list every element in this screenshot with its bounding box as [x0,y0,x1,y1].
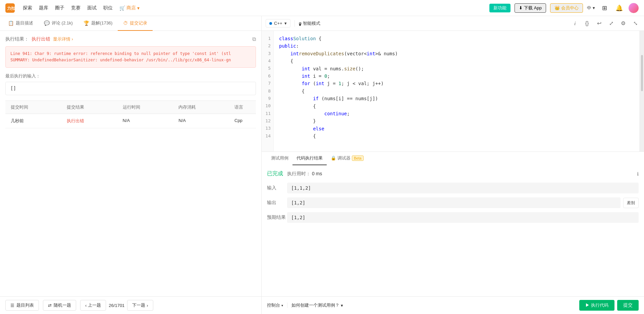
submission-table: 提交时间 提交结果 运行时间 内存消耗 语言 几秒前 执行出错 N/A N/A … [5,101,256,128]
code-line-9: if (nums[i] == nums[j]) [279,95,634,102]
main-layout: 📋 题目描述 💬 评论 (2.1k) 🏆 题解(1736) ⏱ 提交记录 执行结… [0,16,644,314]
new-feature-button[interactable]: 新功能 [489,4,511,12]
info-button[interactable]: 𝑖 [570,19,580,28]
page-info: 26/1701 [109,303,124,308]
copy-icon[interactable]: ⧉ [252,36,256,42]
lang-label: C++ [274,21,282,26]
language-selector-dropdown[interactable]: C++ ▾ [266,19,290,27]
result-input-row: 输入 [1,1,2] [267,183,639,193]
diff-button[interactable]: 差别 [623,198,639,208]
last-input-label: 最后执行的输入： [5,73,256,79]
output-label: 输出 [267,200,287,206]
table-row[interactable]: 几秒前 执行出错 N/A N/A Cpp [5,114,256,128]
logo[interactable]: 力扣 [5,3,15,13]
submit-button[interactable]: 提交 [617,300,639,311]
editor-scrollbar[interactable] [639,31,644,151]
cell-result: 执行出错 [61,114,117,128]
run-code-button[interactable]: ▶ 执行代码 [579,300,614,311]
format-button[interactable]: {} [582,19,592,28]
scroll-thumb [641,55,643,91]
chevron-down-icon-2: ▾ [341,303,343,308]
status-complete: 已完成 [267,170,283,177]
result-output-row: 输出 [1,2] 差别 [267,197,639,208]
random-problem-button[interactable]: ⇄ 随机一题 [43,300,76,311]
tab-code-result[interactable]: 代码执行结果 [292,152,327,165]
problem-list-button[interactable]: ☰ 题目列表 [5,300,39,311]
smart-mode-toggle[interactable]: ● 智能模式 [299,20,320,26]
error-line-1: Line 941: Char 9: runtime error: referen… [10,51,251,57]
tab-submissions[interactable]: ⏱ 提交记录 [118,16,153,31]
pagination: ‹ 上一题 26/1701 下一题 › [80,300,153,311]
exec-status[interactable]: 执行出错 [32,36,50,42]
create-test-button[interactable]: 如何创建一个测试用例？ ▾ [291,302,343,308]
settings-button[interactable]: ⚙ [619,19,628,28]
prev-button[interactable]: ‹ 上一题 [80,300,106,311]
nav-explore[interactable]: 探索 [23,5,32,11]
col-memory: 内存消耗 [173,101,229,114]
code-line-2: public: [279,42,634,50]
avatar-image [629,3,639,13]
exec-result-label: 执行结果： [5,36,29,42]
col-runtime: 运行时间 [117,101,173,114]
left-toolbar: ☰ 题目列表 ⇄ 随机一题 ‹ 上一题 26/1701 下一题 › [0,296,261,314]
code-line-14: { [279,132,634,140]
exec-result-header: 执行结果： 执行出错 显示详情 › ⧉ [5,36,256,42]
exec-details-link[interactable]: 显示详情 › [53,36,73,42]
list-icon: ☰ [10,303,14,308]
nav-jobs[interactable]: 职位 [103,5,113,11]
language-selector[interactable]: 中 ▾ [587,5,595,11]
nav-contest[interactable]: 竞赛 [71,5,80,11]
nav-shop[interactable]: 🛒 商店 ▾ [119,5,140,11]
chevron-right-icon: › [147,303,148,308]
mode-dot: ● [299,22,302,25]
nav-circle[interactable]: 圈子 [55,5,64,11]
code-content[interactable]: class Solution { public: int removeDupli… [274,31,639,151]
nav-interview[interactable]: 面试 [87,5,97,11]
table-header: 提交时间 提交结果 运行时间 内存消耗 语言 [5,101,256,114]
vip-center-button[interactable]: 👑 会员中心 [550,3,583,13]
fullscreen-button[interactable]: ⤢ [606,19,616,28]
code-line-1: class Solution { [279,35,634,42]
col-result: 提交结果 [61,101,117,114]
tab-testcase[interactable]: 测试用例 [267,152,292,165]
info-circle-icon[interactable]: ℹ [637,171,639,177]
nav-right: 新功能 ⬇ 下载 App 👑 会员中心 中 ▾ ⊞ 🔔 [489,3,639,13]
tab-description[interactable]: 📋 题目描述 [3,16,39,31]
next-button[interactable]: 下一题 › [127,300,153,311]
nav-problems[interactable]: 题库 [39,5,48,11]
tab-comments[interactable]: 💬 评论 (2.1k) [39,16,78,31]
undo-button[interactable]: ↩ [594,19,604,28]
col-lang: 语言 [229,101,256,114]
comments-icon: 💬 [44,20,50,26]
right-action-btns: ▶ 执行代码 提交 [579,300,639,311]
crown-icon: 👑 [554,5,560,10]
code-line-8: { [279,87,634,95]
tab-solutions[interactable]: 🏆 题解(1736) [78,16,118,31]
cell-memory: N/A [173,114,229,128]
bottom-toolbar: 控制台 ▾ 如何创建一个测试用例？ ▾ ▶ 执行代码 提交 [262,296,644,314]
input-label: 输入 [267,185,287,191]
toolbar-separator [287,303,287,308]
user-avatar[interactable] [629,3,639,13]
cell-runtime: N/A [117,114,173,128]
result-status-row: 已完成 执行用时： 0 ms ℹ [267,170,639,177]
code-editor[interactable]: 1 2 3 4 5 6 7 8 9 10 11 12 13 14 class S… [262,31,644,151]
solutions-icon: 🏆 [84,20,89,26]
chevron-down-icon: ▾ [281,304,283,307]
svg-text:力扣: 力扣 [7,6,15,11]
expand-button[interactable]: ⤡ [631,19,640,28]
last-input-display: [] [5,82,256,95]
screen-icon[interactable]: ⊞ [599,3,610,13]
top-nav: 力扣 探索 题库 圈子 竞赛 面试 职位 🛒 商店 ▾ 新功能 ⬇ 下载 App… [0,0,644,16]
notification-bell[interactable]: 🔔 [614,3,625,13]
tab-debugger[interactable]: 🔒 调试器 Beta [327,152,368,165]
code-line-3: int removeDuplicates(vector<int>& nums) [279,50,634,57]
result-expected-row: 预期结果 [1,2] [267,212,639,223]
download-app-button[interactable]: ⬇ 下载 App [515,3,546,13]
error-line-2: SUMMARY: UndefinedBehaviorSanitizer: und… [10,57,251,63]
console-button[interactable]: 控制台 ▾ [267,302,283,308]
nav-items: 探索 题库 圈子 竞赛 面试 职位 🛒 商店 ▾ [23,5,140,11]
chevron-left-icon: ‹ [85,303,87,308]
expected-label: 预期结果 [267,214,287,221]
exec-time: 执行用时： 0 ms [287,171,322,177]
